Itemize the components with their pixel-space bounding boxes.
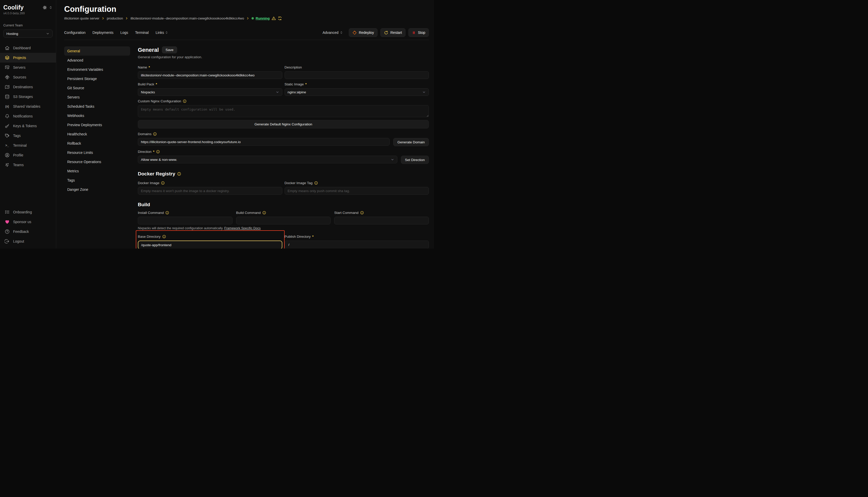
sidebar-item-logout[interactable]: Logout	[0, 237, 56, 246]
subnav-item-webhooks[interactable]: Webhooks	[64, 111, 130, 120]
sidebar-item-label: Profile	[13, 153, 23, 157]
name-input[interactable]	[138, 71, 282, 79]
subnav-item-resource-operations[interactable]: Resource Operations	[64, 157, 130, 167]
docker-registry-heading: Docker Registry	[138, 171, 175, 177]
subnav-item-servers[interactable]: Servers	[64, 93, 130, 102]
sidebar-item-notifications[interactable]: Notifications	[0, 111, 56, 121]
build-pack-select[interactable]: Nixpacks	[138, 88, 282, 96]
page-title: Configuration	[64, 4, 429, 14]
name-label: Name	[138, 66, 147, 69]
generate-nginx-button[interactable]: Generate Default Nginx Configuration	[138, 120, 429, 128]
required-mark: *	[153, 150, 154, 154]
subnav-item-rollback[interactable]: Rollback	[64, 139, 130, 148]
description-input[interactable]	[285, 71, 429, 79]
sidebar-item-sources[interactable]: Sources	[0, 72, 56, 82]
theme-select-chevrons-icon[interactable]	[49, 6, 52, 10]
info-icon[interactable]	[262, 211, 266, 215]
subnav-item-general[interactable]: General	[64, 46, 130, 56]
tab-terminal[interactable]: Terminal	[135, 30, 149, 34]
status-running-link[interactable]: Running	[256, 16, 270, 20]
subnav-item-tags[interactable]: Tags	[64, 176, 130, 185]
sidebar-item-projects[interactable]: Projects	[0, 53, 56, 62]
tab-configuration[interactable]: Configuration	[64, 30, 85, 34]
framework-docs-link[interactable]: Framework Specific Docs	[224, 226, 261, 230]
chevron-down-icon	[46, 32, 50, 36]
section-heading-general: General	[138, 47, 159, 53]
warning-triangle-icon[interactable]	[272, 16, 276, 20]
tab-logs[interactable]: Logs	[120, 30, 128, 34]
chevrons-updown-icon	[165, 31, 168, 34]
subnav-item-advanced[interactable]: Advanced	[64, 56, 130, 65]
static-image-select[interactable]: nginx:alpine	[285, 88, 429, 96]
sidebar-item-servers[interactable]: Servers	[0, 62, 56, 72]
subnav-item-healthcheck[interactable]: Healthcheck	[64, 129, 130, 139]
redeploy-button[interactable]: Redeploy	[349, 28, 377, 37]
sidebar-item-keys-tokens[interactable]: Keys & Tokens	[0, 121, 56, 131]
sidebar-item-teams[interactable]: Teams	[0, 160, 56, 170]
advanced-toggle[interactable]: Advanced	[322, 30, 343, 34]
status-dot-icon	[251, 17, 254, 19]
sidebar-item-shared-variables[interactable]: (x) Shared Variables	[0, 102, 56, 111]
sidebar-item-label: Sources	[13, 75, 26, 79]
docker-image-tag-input[interactable]	[285, 187, 429, 195]
subnav-item-danger-zone[interactable]: Danger Zone	[64, 185, 130, 194]
generate-domain-button[interactable]: Generate Domain	[393, 138, 429, 146]
refresh-icon[interactable]	[278, 16, 282, 20]
install-command-label: Install Command	[138, 211, 164, 215]
build-command-input[interactable]	[236, 217, 331, 224]
theme-toggle-sun-icon[interactable]	[43, 5, 47, 10]
info-icon[interactable]	[156, 150, 160, 154]
stop-label: Stop	[418, 30, 425, 34]
info-icon[interactable]	[162, 235, 166, 239]
domains-input[interactable]	[138, 138, 390, 146]
sidebar-item-tags[interactable]: Tags	[0, 131, 56, 141]
content-area: General Advanced Environment Variables P…	[56, 40, 434, 248]
info-icon[interactable]	[153, 132, 157, 136]
publish-directory-input[interactable]	[285, 241, 429, 248]
home-icon	[4, 45, 10, 51]
sidebar-item-label: Onboarding	[13, 210, 32, 214]
base-directory-input[interactable]	[138, 241, 282, 248]
breadcrumb-environment[interactable]: production	[107, 16, 123, 20]
info-icon[interactable]	[177, 172, 181, 176]
custom-nginx-textarea[interactable]	[138, 105, 429, 117]
start-command-input[interactable]	[334, 217, 429, 224]
sidebar-item-sponsor-us[interactable]: Sponsor us	[0, 217, 56, 227]
stop-button[interactable]: Stop	[408, 28, 429, 37]
name-field-block: Name *	[138, 65, 282, 79]
tab-links[interactable]: Links	[155, 30, 168, 34]
sidebar-item-profile[interactable]: Profile	[0, 150, 56, 160]
breadcrumb-project[interactable]: illicitonion quote server	[64, 16, 99, 20]
sidebar-item-dashboard[interactable]: Dashboard	[0, 43, 56, 53]
team-select[interactable]: Hosting	[3, 29, 53, 38]
subnav-item-persistent-storage[interactable]: Persistent Storage	[64, 74, 130, 83]
subnav-item-git-source[interactable]: Git Source	[64, 83, 130, 93]
subnav-item-preview-deployments[interactable]: Preview Deployments	[64, 120, 130, 129]
direction-select[interactable]: Allow www & non-www.	[138, 156, 397, 164]
info-icon[interactable]	[165, 211, 169, 215]
sidebar-item-label: Teams	[13, 163, 24, 167]
subnav-item-resource-limits[interactable]: Resource Limits	[64, 148, 130, 157]
docker-image-input[interactable]	[138, 187, 282, 195]
set-direction-button[interactable]: Set Direction	[401, 156, 429, 164]
breadcrumb-application[interactable]: illicitestonion/-module--decomposition:m…	[130, 16, 244, 20]
sidebar-item-terminal[interactable]: >_ Terminal	[0, 141, 56, 150]
save-button[interactable]: Save	[162, 46, 177, 53]
tab-deployments[interactable]: Deployments	[92, 30, 113, 34]
sidebar-item-feedback[interactable]: Feedback	[0, 227, 56, 237]
info-icon[interactable]	[183, 99, 187, 103]
info-icon[interactable]	[360, 211, 364, 215]
redeploy-label: Redeploy	[359, 30, 374, 34]
domains-label: Domains	[138, 132, 151, 136]
subnav-item-metrics[interactable]: Metrics	[64, 167, 130, 176]
restart-button[interactable]: Restart	[380, 28, 405, 37]
subnav-item-scheduled-tasks[interactable]: Scheduled Tasks	[64, 102, 130, 111]
info-icon[interactable]	[161, 181, 165, 185]
subnav-item-environment-variables[interactable]: Environment Variables	[64, 65, 130, 74]
install-command-input[interactable]	[138, 217, 233, 224]
sidebar-item-s3-storages[interactable]: S3 Storages	[0, 92, 56, 102]
sidebar-item-destinations[interactable]: Destinations	[0, 82, 56, 92]
sidebar-item-onboarding[interactable]: Onboarding	[0, 207, 56, 217]
info-icon[interactable]	[314, 181, 318, 185]
server-icon	[4, 65, 10, 70]
